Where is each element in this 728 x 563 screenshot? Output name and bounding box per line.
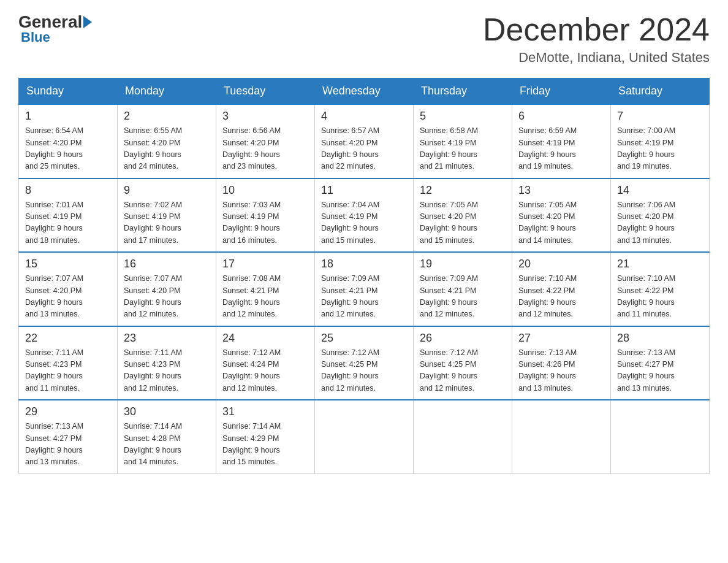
day-number: 1 (25, 110, 111, 123)
day-info: Sunrise: 6:56 AMSunset: 4:20 PMDaylight:… (222, 125, 308, 173)
day-number: 15 (25, 258, 111, 270)
calendar-day-cell: 29Sunrise: 7:13 AMSunset: 4:27 PMDayligh… (19, 400, 118, 473)
day-number: 27 (518, 332, 604, 345)
calendar-day-cell: 11Sunrise: 7:04 AMSunset: 4:19 PMDayligh… (315, 178, 414, 253)
calendar-day-cell: 27Sunrise: 7:13 AMSunset: 4:26 PMDayligh… (512, 326, 611, 400)
calendar-day-cell: 2Sunrise: 6:55 AMSunset: 4:20 PMDaylight… (118, 104, 216, 178)
logo: General Blue (18, 12, 93, 45)
calendar-empty-cell (611, 400, 710, 473)
day-number: 13 (518, 184, 604, 197)
day-info: Sunrise: 7:00 AMSunset: 4:19 PMDaylight:… (617, 125, 703, 173)
calendar-day-cell: 9Sunrise: 7:02 AMSunset: 4:19 PMDaylight… (118, 178, 216, 253)
day-info: Sunrise: 7:06 AMSunset: 4:20 PMDaylight:… (617, 199, 703, 247)
calendar-day-cell: 20Sunrise: 7:10 AMSunset: 4:22 PMDayligh… (512, 252, 611, 326)
calendar-day-cell: 16Sunrise: 7:07 AMSunset: 4:20 PMDayligh… (118, 252, 216, 326)
day-info: Sunrise: 7:03 AMSunset: 4:19 PMDaylight:… (222, 199, 308, 247)
calendar-day-cell: 18Sunrise: 7:09 AMSunset: 4:21 PMDayligh… (315, 252, 414, 326)
page-header: General Blue December 2024 DeMotte, Indi… (18, 12, 710, 66)
calendar-empty-cell (315, 400, 414, 473)
title-section: December 2024 DeMotte, Indiana, United S… (483, 12, 710, 66)
day-info: Sunrise: 7:12 AMSunset: 4:25 PMDaylight:… (321, 347, 407, 395)
logo-arrow-icon (83, 16, 92, 28)
day-info: Sunrise: 7:05 AMSunset: 4:20 PMDaylight:… (518, 199, 604, 247)
day-info: Sunrise: 7:09 AMSunset: 4:21 PMDaylight:… (420, 273, 506, 321)
day-number: 12 (420, 184, 506, 197)
day-info: Sunrise: 6:58 AMSunset: 4:19 PMDaylight:… (420, 125, 506, 173)
calendar-day-cell: 31Sunrise: 7:14 AMSunset: 4:29 PMDayligh… (216, 400, 315, 473)
calendar-week-row: 8Sunrise: 7:01 AMSunset: 4:19 PMDaylight… (19, 178, 710, 253)
day-info: Sunrise: 7:12 AMSunset: 4:25 PMDaylight:… (420, 347, 506, 395)
month-title: December 2024 (483, 12, 710, 47)
day-number: 22 (25, 332, 111, 345)
calendar-header-wednesday: Wednesday (315, 79, 414, 105)
calendar-day-cell: 13Sunrise: 7:05 AMSunset: 4:20 PMDayligh… (512, 178, 611, 253)
day-number: 28 (617, 332, 703, 345)
calendar-day-cell: 15Sunrise: 7:07 AMSunset: 4:20 PMDayligh… (19, 252, 118, 326)
calendar-week-row: 22Sunrise: 7:11 AMSunset: 4:23 PMDayligh… (19, 326, 710, 400)
calendar-day-cell: 8Sunrise: 7:01 AMSunset: 4:19 PMDaylight… (19, 178, 118, 253)
calendar-header-thursday: Thursday (414, 79, 512, 105)
day-info: Sunrise: 7:01 AMSunset: 4:19 PMDaylight:… (25, 199, 111, 247)
calendar-header-monday: Monday (118, 79, 216, 105)
day-number: 10 (222, 184, 308, 197)
day-number: 26 (420, 332, 506, 345)
calendar-header-saturday: Saturday (611, 79, 710, 105)
day-number: 16 (124, 258, 210, 270)
calendar-day-cell: 28Sunrise: 7:13 AMSunset: 4:27 PMDayligh… (611, 326, 710, 400)
day-number: 5 (420, 110, 506, 123)
day-number: 6 (518, 110, 604, 123)
day-info: Sunrise: 7:12 AMSunset: 4:24 PMDaylight:… (222, 347, 308, 395)
calendar-week-row: 15Sunrise: 7:07 AMSunset: 4:20 PMDayligh… (19, 252, 710, 326)
logo-subtitle: Blue (21, 29, 93, 45)
calendar-day-cell: 6Sunrise: 6:59 AMSunset: 4:19 PMDaylight… (512, 104, 611, 178)
day-info: Sunrise: 7:11 AMSunset: 4:23 PMDaylight:… (25, 347, 111, 395)
calendar-day-cell: 17Sunrise: 7:08 AMSunset: 4:21 PMDayligh… (216, 252, 315, 326)
day-info: Sunrise: 6:59 AMSunset: 4:19 PMDaylight:… (518, 125, 604, 173)
day-info: Sunrise: 7:13 AMSunset: 4:27 PMDaylight:… (617, 347, 703, 395)
calendar-header-row: SundayMondayTuesdayWednesdayThursdayFrid… (19, 79, 710, 105)
day-number: 9 (124, 184, 210, 197)
day-number: 24 (222, 332, 308, 345)
calendar-empty-cell (512, 400, 611, 473)
calendar-day-cell: 7Sunrise: 7:00 AMSunset: 4:19 PMDaylight… (611, 104, 710, 178)
calendar-day-cell: 30Sunrise: 7:14 AMSunset: 4:28 PMDayligh… (118, 400, 216, 473)
day-number: 31 (222, 405, 308, 418)
calendar-week-row: 1Sunrise: 6:54 AMSunset: 4:20 PMDaylight… (19, 104, 710, 178)
day-info: Sunrise: 7:14 AMSunset: 4:29 PMDaylight:… (222, 421, 308, 469)
calendar-empty-cell (414, 400, 512, 473)
day-info: Sunrise: 6:54 AMSunset: 4:20 PMDaylight:… (25, 125, 111, 173)
calendar-header-friday: Friday (512, 79, 611, 105)
calendar-day-cell: 3Sunrise: 6:56 AMSunset: 4:20 PMDaylight… (216, 104, 315, 178)
day-number: 21 (617, 258, 703, 270)
calendar-day-cell: 24Sunrise: 7:12 AMSunset: 4:24 PMDayligh… (216, 326, 315, 400)
day-number: 8 (25, 184, 111, 197)
calendar-day-cell: 19Sunrise: 7:09 AMSunset: 4:21 PMDayligh… (414, 252, 512, 326)
day-number: 2 (124, 110, 210, 123)
day-info: Sunrise: 7:05 AMSunset: 4:20 PMDaylight:… (420, 199, 506, 247)
day-number: 25 (321, 332, 407, 345)
day-info: Sunrise: 7:10 AMSunset: 4:22 PMDaylight:… (617, 273, 703, 321)
day-number: 18 (321, 258, 407, 270)
day-info: Sunrise: 7:11 AMSunset: 4:23 PMDaylight:… (124, 347, 210, 395)
day-number: 19 (420, 258, 506, 270)
calendar-header-tuesday: Tuesday (216, 79, 315, 105)
day-number: 11 (321, 184, 407, 197)
location-title: DeMotte, Indiana, United States (483, 50, 710, 66)
day-info: Sunrise: 6:57 AMSunset: 4:20 PMDaylight:… (321, 125, 407, 173)
calendar-day-cell: 22Sunrise: 7:11 AMSunset: 4:23 PMDayligh… (19, 326, 118, 400)
day-info: Sunrise: 7:09 AMSunset: 4:21 PMDaylight:… (321, 273, 407, 321)
calendar-day-cell: 26Sunrise: 7:12 AMSunset: 4:25 PMDayligh… (414, 326, 512, 400)
day-info: Sunrise: 7:07 AMSunset: 4:20 PMDaylight:… (124, 273, 210, 321)
day-info: Sunrise: 7:13 AMSunset: 4:27 PMDaylight:… (25, 421, 111, 469)
day-number: 30 (124, 405, 210, 418)
day-number: 20 (518, 258, 604, 270)
day-number: 7 (617, 110, 703, 123)
day-info: Sunrise: 7:10 AMSunset: 4:22 PMDaylight:… (518, 273, 604, 321)
calendar-table: SundayMondayTuesdayWednesdayThursdayFrid… (18, 78, 710, 474)
day-info: Sunrise: 7:13 AMSunset: 4:26 PMDaylight:… (518, 347, 604, 395)
calendar-day-cell: 25Sunrise: 7:12 AMSunset: 4:25 PMDayligh… (315, 326, 414, 400)
calendar-week-row: 29Sunrise: 7:13 AMSunset: 4:27 PMDayligh… (19, 400, 710, 473)
calendar-day-cell: 23Sunrise: 7:11 AMSunset: 4:23 PMDayligh… (118, 326, 216, 400)
day-info: Sunrise: 7:14 AMSunset: 4:28 PMDaylight:… (124, 421, 210, 469)
day-number: 14 (617, 184, 703, 197)
